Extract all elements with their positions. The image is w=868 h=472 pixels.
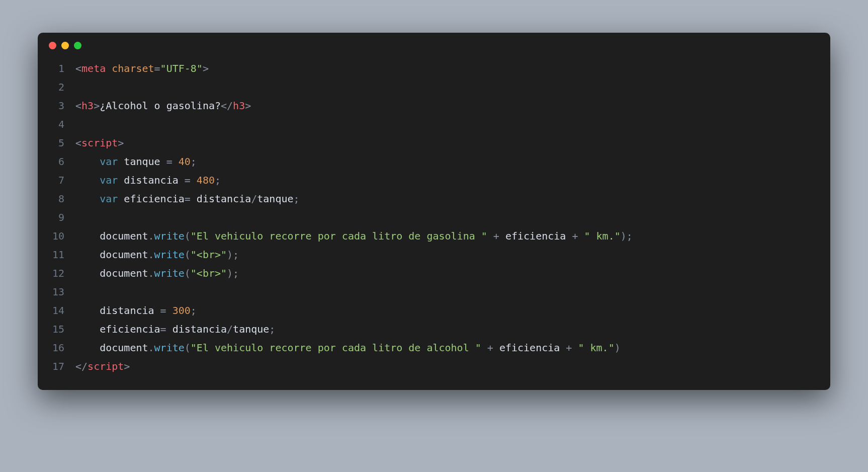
token-fn: write (154, 230, 185, 242)
token-str: "El vehiculo recorre por cada litro de g… (191, 230, 487, 242)
code-content[interactable]: var eficiencia= distancia/tanque; (75, 190, 300, 208)
token-punct: > (124, 360, 130, 372)
token-punct: . (148, 267, 154, 279)
code-line[interactable]: 2 (38, 78, 816, 97)
line-number: 17 (38, 357, 75, 376)
code-line[interactable]: 16 document.write("El vehiculo recorre p… (38, 339, 816, 357)
token-punct: . (148, 249, 154, 261)
line-number: 1 (38, 59, 75, 78)
token-punct: = (154, 62, 160, 74)
token-punct: ; (191, 304, 197, 317)
token-ident: eficiencia (124, 193, 184, 205)
line-number: 11 (38, 246, 75, 264)
token-text: ¿Alcohol o gasolina? (100, 100, 221, 112)
line-number: 10 (38, 227, 75, 246)
token-punct: ; (215, 174, 221, 186)
code-line[interactable]: 4 (38, 115, 816, 134)
code-content[interactable]: document.write("<br>"); (75, 246, 239, 264)
code-content[interactable] (75, 115, 81, 134)
token-punct: + (566, 230, 584, 242)
code-line[interactable]: 10 document.write("El vehiculo recorre p… (38, 227, 816, 246)
code-line[interactable]: 17</script> (38, 357, 816, 376)
token-num: 40 (179, 155, 191, 168)
token-fn: write (154, 249, 185, 261)
token-tag: script (88, 360, 124, 372)
token-punct: ( (185, 249, 191, 261)
line-number: 13 (38, 283, 75, 301)
minimize-icon[interactable] (61, 42, 69, 49)
code-content[interactable] (75, 78, 81, 97)
line-number: 8 (38, 190, 75, 208)
token-punct: ; (269, 323, 275, 335)
token-ident: tanque (257, 193, 293, 205)
token-ident: document (100, 342, 148, 354)
code-content[interactable]: eficiencia= distancia/tanque; (75, 320, 275, 339)
token-num: 480 (197, 174, 215, 186)
zoom-icon[interactable] (74, 42, 81, 49)
token-text (75, 174, 100, 186)
code-content[interactable]: document.write("<br>"); (75, 264, 239, 283)
code-line[interactable]: 8 var eficiencia= distancia/tanque; (38, 190, 816, 208)
code-content[interactable] (75, 208, 81, 227)
token-punct: ); (621, 230, 633, 242)
code-line[interactable]: 1<meta charset="UTF-8"> (38, 59, 816, 78)
token-ident: distancia (124, 174, 178, 186)
line-number: 14 (38, 301, 75, 320)
code-content[interactable] (75, 283, 81, 301)
code-content[interactable]: document.write("El vehiculo recorre por … (75, 339, 621, 357)
token-ident: eficiencia (100, 323, 160, 335)
token-ident: distancia (172, 323, 227, 335)
token-str: "El vehiculo recorre por cada litro de a… (191, 342, 481, 354)
window-titlebar (38, 33, 830, 54)
token-punct: ; (294, 193, 300, 205)
code-line[interactable]: 15 eficiencia= distancia/tanque; (38, 320, 816, 339)
token-ident: distancia (197, 193, 251, 205)
token-fn: write (154, 342, 185, 354)
token-punct: </ (221, 100, 233, 112)
token-kw: var (100, 193, 118, 205)
token-punct: < (75, 137, 81, 149)
code-line[interactable]: 14 distancia = 300; (38, 301, 816, 320)
token-ident: eficiencia (499, 342, 560, 354)
token-text (75, 267, 100, 279)
code-content[interactable]: var tanque = 40; (75, 152, 197, 171)
close-icon[interactable] (49, 42, 56, 49)
token-punct: > (94, 100, 100, 112)
token-punct: < (75, 100, 81, 112)
code-content[interactable]: distancia = 300; (75, 301, 197, 320)
code-line[interactable]: 3<h3>¿Alcohol o gasolina?</h3> (38, 97, 816, 115)
token-punct: / (251, 193, 257, 205)
token-punct: ) (615, 342, 621, 354)
code-line[interactable]: 11 document.write("<br>"); (38, 246, 816, 264)
code-content[interactable]: <script> (75, 134, 124, 152)
token-ident: document (100, 249, 148, 261)
code-content[interactable]: <meta charset="UTF-8"> (75, 59, 209, 78)
token-punct: < (75, 62, 81, 74)
token-text (118, 174, 124, 186)
code-editor-window: 1<meta charset="UTF-8">2 3<h3>¿Alcohol o… (38, 33, 830, 390)
token-punct: ( (185, 230, 191, 242)
token-punct: = (154, 304, 172, 317)
token-punct: = (185, 193, 197, 205)
token-tag: script (81, 137, 118, 149)
token-str: " km." (578, 342, 614, 354)
code-line[interactable]: 5<script> (38, 134, 816, 152)
line-number: 4 (38, 115, 75, 134)
code-line[interactable]: 6 var tanque = 40; (38, 152, 816, 171)
token-str: " km." (584, 230, 621, 242)
token-text (75, 323, 100, 335)
token-str: "UTF-8" (160, 62, 203, 74)
code-line[interactable]: 7 var distancia = 480; (38, 171, 816, 190)
code-content[interactable]: document.write("El vehiculo recorre por … (75, 227, 633, 246)
code-area[interactable]: 1<meta charset="UTF-8">2 3<h3>¿Alcohol o… (38, 54, 830, 390)
code-content[interactable]: var distancia = 480; (75, 171, 221, 190)
code-line[interactable]: 13 (38, 283, 816, 301)
token-kw: var (100, 174, 118, 186)
token-tag: h3 (233, 100, 245, 112)
code-line[interactable]: 9 (38, 208, 816, 227)
token-fn: write (154, 267, 185, 279)
code-content[interactable]: <h3>¿Alcohol o gasolina?</h3> (75, 97, 251, 115)
token-text (75, 230, 100, 242)
code-content[interactable]: </script> (75, 357, 130, 376)
code-line[interactable]: 12 document.write("<br>"); (38, 264, 816, 283)
